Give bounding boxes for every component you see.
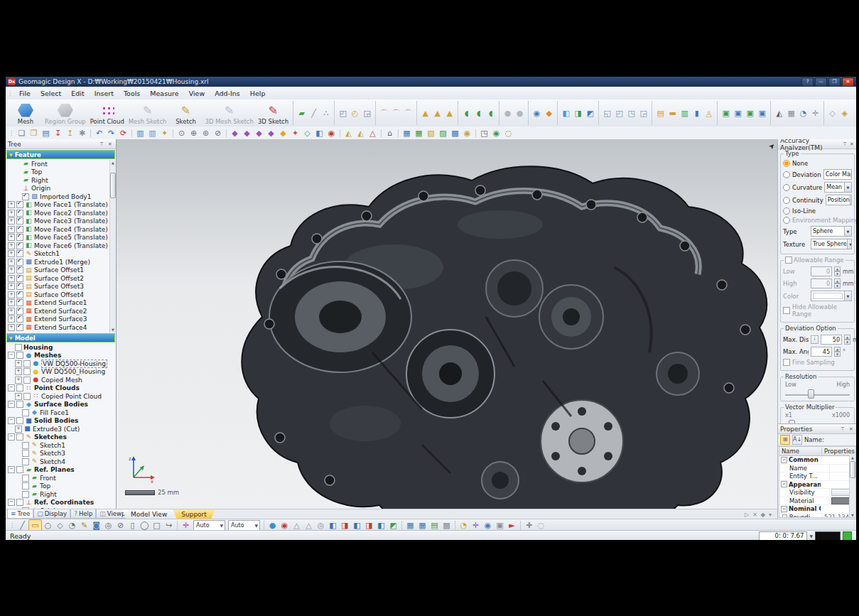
expander-icon[interactable]: + [8,275,15,282]
combine-tool-icon[interactable]: ● [514,108,526,119]
categorize-icon[interactable]: ⊞ [780,435,790,445]
dome-tool-icon[interactable]: ⌒ [402,108,414,119]
annotation-circle-icon[interactable]: ◎ [315,520,327,531]
ref-plane-tool-icon[interactable]: ▰ [296,108,308,119]
visibility-checkbox[interactable] [23,360,31,367]
dock-tab-tree[interactable]: ≡Tree [7,509,33,519]
select-texture[interactable]: True Sphere▼ [811,239,852,249]
fine-sampling-checkbox[interactable] [783,359,790,366]
close-button[interactable]: ✕ [842,77,854,87]
select-deviation[interactable]: Color Map▼ [823,169,852,180]
expander-icon[interactable]: − [8,417,15,424]
max-angle-input[interactable]: 45 [811,347,832,357]
visibility-checkbox[interactable] [16,352,23,359]
table-view-icon[interactable]: ▦ [404,520,416,531]
tree-item-move-face5-translate[interactable]: +◧Move Face5 (Translate) [6,234,116,242]
capture-icon[interactable]: ✦ [158,128,171,139]
radio-none[interactable] [783,160,790,167]
visibility-checkbox[interactable] [16,401,23,408]
expander-icon[interactable]: − [8,401,15,408]
menu-item-add-ins[interactable]: Add-Ins [210,90,245,97]
check-errors-icon[interactable]: ◭ [355,128,367,139]
select-connected-icon[interactable]: ◎ [102,520,114,531]
tree-item-extrude3-cut[interactable]: +■Extrude3 (Cut) [6,425,116,433]
check-mesh-icon[interactable]: ◭ [342,128,355,139]
tree-item-imported-body1[interactable]: ▧Imported Body1 [6,193,116,201]
select-continuity[interactable]: Position▼ [826,195,852,205]
expander-icon[interactable]: + [8,308,15,315]
tree-item-vw-dq500-housing[interactable]: +●VW DQ500_Housing [6,368,116,377]
datum-align-icon[interactable]: ◆ [253,128,265,139]
healing-wizard-icon[interactable]: ◉ [325,128,337,139]
ref-point-tool-icon[interactable]: ∴ [320,108,332,119]
property-row-visibility[interactable]: Visibility [779,489,855,497]
delete-body-tool-icon[interactable]: ▣ [744,108,756,119]
measure-angle-tool-icon[interactable]: ◭ [773,108,785,119]
visibility-checkbox[interactable] [16,234,23,241]
view-body-green-icon[interactable]: ◩ [387,520,399,531]
info-icon[interactable]: i [811,335,819,344]
tree-item-extend-surface1[interactable]: +▦Extend Surface1 [6,299,116,308]
tree-item-meshes[interactable]: −●Meshes [6,352,116,360]
render-options-icon[interactable]: ◈ [838,108,850,119]
dock-tab-help[interactable]: ?Help [70,509,96,519]
add-icon[interactable]: ✚ [523,520,535,531]
property-row-name[interactable]: Name [779,465,855,473]
expander-icon[interactable]: + [15,426,22,433]
chart-view-icon[interactable]: ▦ [416,520,428,531]
menu-item-insert[interactable]: Insert [90,90,119,97]
loft-tool-icon[interactable]: ◲ [361,108,373,119]
select-box-icon[interactable]: □ [151,520,163,531]
offset-surface-tool-icon[interactable]: ◩ [584,108,596,119]
property-row-boundi[interactable]: + Boundi...521.1348, ... [779,514,855,519]
visibility-checkbox[interactable] [22,450,29,457]
scroll-up-icon[interactable]: ▲ [112,160,114,166]
dock-tab-display[interactable]: ▢Display [33,509,70,519]
deselect-icon[interactable]: ⊘ [114,520,126,531]
tree-item-move-face6-translate[interactable]: +◧Move Face6 (Translate) [6,242,116,250]
menu-item-view[interactable]: View [184,90,210,97]
radio-curvature[interactable] [783,184,790,191]
tree-item-solid-bodies[interactable]: −■Solid Bodies [6,417,116,426]
annotation-b-icon[interactable]: △ [303,520,315,531]
close-icon[interactable]: ✕ [849,141,855,147]
properties-scrollbar[interactable]: ▲ ▼ [849,455,855,517]
visibility-checkbox[interactable] [16,259,23,266]
expander-icon[interactable]: + [8,299,15,306]
high-stepper[interactable]: ▲▼ [834,279,841,288]
visibility-checkbox[interactable] [22,482,29,490]
sweep-wizard-icon[interactable]: ▲ [443,108,455,119]
feature-section-header[interactable]: ▼ Feature [6,150,115,159]
target-icon[interactable]: ✛ [470,520,482,531]
property-row-material[interactable]: Material [779,497,855,506]
select-type[interactable]: Sphere▼ [811,226,852,237]
tree-item-sketch4[interactable]: ✎Sketch4 [6,458,116,466]
zoom-in-out-icon[interactable]: ⊕ [188,128,200,139]
zoom-fit-icon[interactable]: ⊛ [200,128,212,139]
tree-item-origin[interactable]: ⊥Origin [6,185,116,193]
render-mode-select[interactable]: Auto▼ [228,520,260,531]
select-flood-fill-icon[interactable]: ◙ [90,520,102,531]
extrusion-wizard-icon[interactable]: ▲ [419,108,431,119]
sweep-tool-icon[interactable]: ⌒ [378,108,390,119]
pipe-tool-icon[interactable]: ⌒ [390,108,402,119]
optimize-mesh-icon[interactable]: ▧ [425,128,437,139]
tree-item-top[interactable]: ▰Top [6,168,116,177]
tree-item-extrude1-merge[interactable]: +▩Extrude1 (Merge) [6,258,116,266]
sort-az-icon[interactable]: A↓ [792,435,802,445]
low-stepper[interactable]: ▲▼ [834,266,841,276]
open-file-icon[interactable]: ❐ [28,128,40,139]
hash-view-icon[interactable]: ▩ [441,520,453,531]
tree-item-move-face1-translate[interactable]: +◧Move Face1 (Translate) [6,201,116,210]
select-curvature[interactable]: Mean▼ [824,182,852,193]
expander-icon[interactable]: + [15,368,22,375]
view-body-red1-icon[interactable]: ◨ [339,520,351,531]
low-input[interactable]: 0 [811,266,832,276]
view-body-blue3-icon[interactable]: ◧ [375,520,387,531]
select-rectangle-icon[interactable]: ▭ [28,519,42,531]
visibility-checkbox[interactable] [16,201,23,208]
tree-item-top[interactable]: ▰Top [6,482,116,491]
tree-item-extend-surface3[interactable]: +▦Extend Surface3 [6,315,116,324]
expander-icon[interactable]: − [8,352,15,359]
radio-environment-mapping[interactable] [783,217,790,224]
